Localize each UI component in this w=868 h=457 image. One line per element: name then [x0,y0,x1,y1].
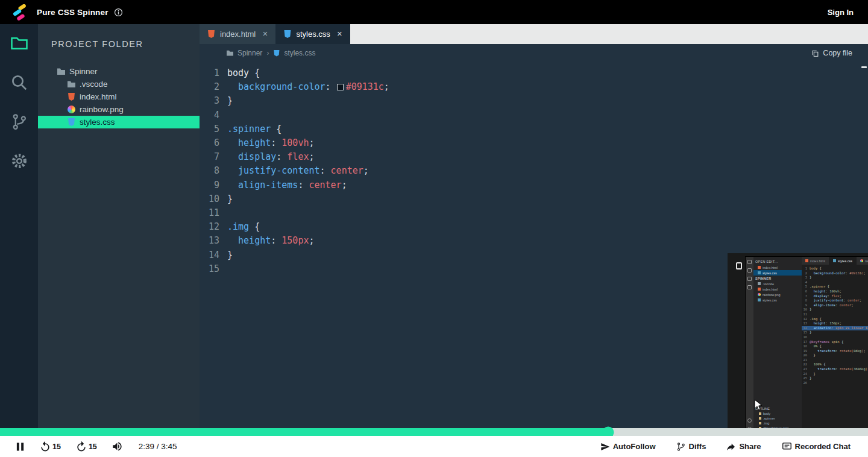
info-icon[interactable] [114,8,123,17]
pip-file-name: rainbow.png [763,293,781,297]
pip-file-index.html: index.html [753,286,802,292]
tree-item-.vscode[interactable]: .vscode [38,78,200,90]
line-number: 6 [802,289,810,294]
video-overlay[interactable]: OPEN EDIT... index.htmlstyles.cssSPINNER… [728,253,868,444]
line-number: 4 [802,280,810,285]
line-number: 4 [200,109,227,122]
line-number: 3 [200,94,227,108]
recorded-chat-button[interactable]: Recorded Chat [782,441,851,452]
editor: index.html✕styles.css✕ Spinner › styles.… [200,24,868,428]
code-line: 16 [802,335,868,340]
html-icon [758,266,761,269]
code-area[interactable]: 1body {2 background-color: #09131c;3}45.… [200,62,868,276]
code-line: 8 justify-content: center; [802,298,868,303]
line-number: 2 [200,80,227,94]
pip-outline-label: .spinner [763,417,775,420]
rewind-15-button[interactable]: 15 [39,441,61,453]
autofollow-button[interactable]: AutoFollow [600,442,656,452]
pip-file-rainbow.png: rainbow.png [753,292,802,297]
file-tree: Spinner.vscodeindex.htmlrainbow.pngstyle… [38,65,200,128]
pip-section-SPINNER: SPINNER [753,276,802,281]
pip-file-name: index.html [763,288,778,291]
pip-outline-body: body [755,411,800,416]
css-file-icon [273,50,280,57]
project-folder-header: PROJECT FOLDER [38,24,200,49]
code-line: 26 [802,381,868,386]
code-line: 22 100% { [802,362,868,367]
code-line: 9 align-items: center; [802,303,868,308]
tree-item-index.html[interactable]: index.html [38,90,200,103]
pip-debug-icon [747,285,752,289]
code-line: 25} [802,376,868,381]
line-number: 12 [200,220,227,234]
activity-bar [0,24,38,428]
search-icon[interactable] [10,74,28,92]
pip-outline-.spinner: .spinner [755,416,800,421]
line-number: 6 [200,136,227,150]
line-number: 9 [802,303,810,308]
tab-index.html[interactable]: index.html✕ [200,24,275,44]
line-number: 9 [200,178,227,192]
tab-label: styles.css [296,30,330,39]
copy-file-button[interactable]: Copy file [811,49,852,57]
symbol-icon [759,422,761,424]
pip-tab-rainbow.png: rainbow.png [857,257,868,265]
pause-button[interactable] [16,442,25,452]
line-number: 22 [802,362,810,367]
git-branch-icon[interactable] [10,113,28,131]
css-icon [68,118,75,126]
folder-icon [758,282,761,285]
code-line: 5.spinner { [200,122,868,136]
page-title: Pure CSS Spinner [37,8,108,17]
line-number: 7 [802,294,810,299]
line-number: 15 [200,262,227,276]
scrollbar-thumb[interactable] [861,66,867,68]
breadcrumb-file[interactable]: styles.css [284,49,315,57]
line-number: 14 [802,326,810,331]
diffs-button[interactable]: Diffs [676,442,706,452]
sign-in-button[interactable]: Sign In [828,8,854,17]
code-line: 19 transform: rotate(0deg); [802,349,868,354]
scrimba-logo-icon[interactable] [12,4,28,20]
code-line: 2 background-color: #09131c; [802,271,868,276]
volume-button[interactable] [112,441,123,452]
progress-bar[interactable] [0,428,868,436]
image-icon [68,106,75,113]
code-line: 3} [802,276,868,280]
close-icon[interactable]: ✕ [337,30,342,38]
code-line: 4 [802,280,868,285]
line-number: 21 [802,358,810,363]
line-number: 26 [802,381,810,386]
pip-file-styles.css: styles.css [753,270,802,276]
tab-styles.css[interactable]: styles.css✕ [275,24,350,44]
code-line: 1body { [802,266,868,271]
forward-15-button[interactable]: 15 [75,441,97,453]
line-number: 14 [200,248,227,262]
code-line: 12.img { [200,220,868,234]
tree-item-rainbow.png[interactable]: rainbow.png [38,103,200,116]
line-number: 13 [802,321,810,326]
code-line: 4 [200,109,868,122]
breadcrumb-separator: › [266,49,269,57]
code-line: 24 } [802,372,868,377]
code-line: 6 height: 100vh; [802,289,868,294]
css-icon [758,271,761,274]
share-button[interactable]: Share [726,442,761,452]
breadcrumb-folder[interactable]: Spinner [237,49,262,57]
code-line: 18 0% { [802,344,868,349]
video-drag-handle-icon[interactable] [736,262,742,269]
tree-item-Spinner[interactable]: Spinner [38,65,200,78]
player-bar: 15 15 2:39 / 3:45 AutoFollow [0,436,868,457]
sidebar: PROJECT FOLDER Spinner.vscodeindex.htmlr… [38,24,200,428]
tree-item-styles.css[interactable]: styles.css [38,116,200,128]
pip-file-.vscode: .vscode [753,281,802,286]
settings-gear-icon[interactable] [10,152,28,170]
files-folder-icon[interactable] [10,34,28,52]
pip-file-name: styles.css [763,271,777,275]
file-name: rainbow.png [80,105,124,114]
file-name: Spinner [69,67,98,76]
pip-tab-label: rainbow.png [865,259,868,263]
folder-icon [57,68,65,75]
copy-icon [811,49,819,57]
close-icon[interactable]: ✕ [262,30,268,38]
